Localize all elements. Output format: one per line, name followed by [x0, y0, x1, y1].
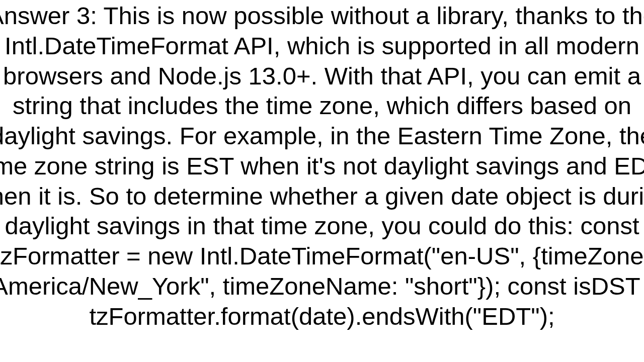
- answer-body: This is now possible without a library, …: [0, 2, 644, 330]
- answer-text: Answer 3: This is now possible without a…: [0, 1, 644, 331]
- answer-label: Answer 3:: [0, 2, 97, 29]
